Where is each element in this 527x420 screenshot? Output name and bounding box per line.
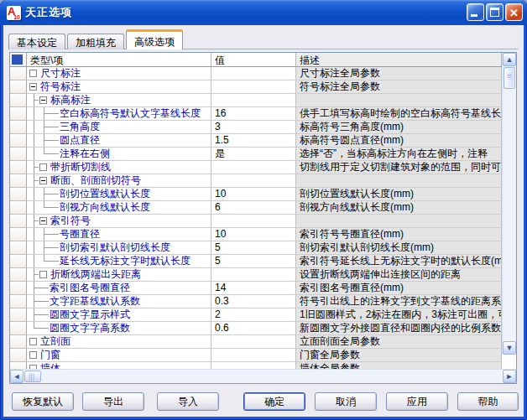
- apply-button[interactable]: 应用: [386, 392, 448, 411]
- row-label[interactable]: 圆点直径: [59, 134, 100, 147]
- column-header-type[interactable]: 类型\项: [27, 53, 211, 66]
- tree-cell[interactable]: 号圈直径: [27, 228, 211, 241]
- import-button[interactable]: 导入: [157, 392, 219, 411]
- tree-cell[interactable]: 文字距基线默认系数: [27, 295, 211, 309]
- row-label[interactable]: 剖视方向线默认长度: [59, 201, 150, 214]
- tree-cell[interactable]: 立剖面: [27, 335, 211, 349]
- row-header-cell[interactable]: [10, 362, 27, 369]
- row-header-cell[interactable]: [10, 255, 27, 268]
- value-cell[interactable]: 10: [211, 228, 296, 241]
- tree-cell[interactable]: 折断线两端出头距离: [27, 268, 211, 282]
- row-label[interactable]: 断面、剖面剖切符号: [50, 174, 141, 187]
- value-cell[interactable]: [211, 67, 296, 80]
- value-cell[interactable]: 1.5: [211, 134, 296, 148]
- ok-button[interactable]: 确定: [243, 392, 305, 411]
- tree-cell[interactable]: 索引图名号圈直径: [27, 282, 211, 295]
- tab-1[interactable]: 加粗填充: [67, 34, 124, 49]
- tree-cell[interactable]: 断面、剖面剖切符号: [27, 174, 211, 188]
- row-label[interactable]: 门窗: [39, 349, 60, 361]
- collapse-minus-icon[interactable]: [29, 83, 37, 91]
- value-cell[interactable]: 是: [211, 148, 296, 161]
- tree-cell[interactable]: 标高标注: [27, 94, 211, 107]
- value-cell[interactable]: [211, 161, 296, 174]
- horizontal-scroll-thumb[interactable]: [24, 371, 41, 382]
- row-label[interactable]: 索引符号: [50, 215, 91, 227]
- row-label[interactable]: 圆圈文字字高系数: [49, 322, 130, 334]
- row-header-cell[interactable]: [10, 107, 27, 121]
- row-header-cell[interactable]: [10, 335, 27, 349]
- tree-cell[interactable]: 注释在右侧: [27, 148, 211, 161]
- row-header-cell[interactable]: [10, 174, 27, 188]
- tab-0[interactable]: 基本设定: [8, 34, 65, 49]
- value-cell[interactable]: 0.3: [211, 295, 296, 309]
- tree-cell[interactable]: 圆圈文字显示样式: [27, 309, 211, 322]
- row-label[interactable]: 标高标注: [50, 94, 91, 106]
- value-cell[interactable]: 2: [211, 309, 296, 322]
- value-cell[interactable]: [211, 94, 296, 107]
- row-header-cell[interactable]: [10, 295, 27, 309]
- tree-cell[interactable]: 索引符号: [27, 215, 211, 228]
- row-header-cell[interactable]: [10, 349, 27, 362]
- tree-cell[interactable]: 符号标注: [27, 80, 211, 94]
- row-label[interactable]: 折断线两端出头距离: [50, 268, 141, 281]
- row-header-cell[interactable]: [10, 322, 27, 335]
- row-label[interactable]: 立剖面: [39, 335, 70, 348]
- tree-cell[interactable]: 尺寸标注: [27, 67, 211, 80]
- expand-plus-icon[interactable]: [39, 163, 47, 171]
- scroll-left-icon[interactable]: ◄: [10, 370, 23, 383]
- value-cell[interactable]: 6: [211, 201, 296, 215]
- value-cell[interactable]: [211, 80, 296, 94]
- value-cell[interactable]: 3: [211, 121, 296, 134]
- tree-cell[interactable]: 剖切索引默认剖切线长度: [27, 241, 211, 255]
- tree-cell[interactable]: 带折断切割线: [27, 161, 211, 174]
- value-cell[interactable]: [211, 268, 296, 282]
- column-header-description[interactable]: 描述: [296, 53, 502, 66]
- column-header-value[interactable]: 值: [211, 53, 296, 66]
- row-header-cell[interactable]: [10, 188, 27, 201]
- tree-cell[interactable]: 剖视方向线默认长度: [27, 201, 211, 215]
- close-button[interactable]: ✕: [505, 3, 523, 21]
- value-cell[interactable]: 16: [211, 107, 296, 121]
- help-button[interactable]: 帮助: [457, 392, 519, 411]
- row-header-cell[interactable]: [10, 94, 27, 107]
- tree-cell[interactable]: 门窗: [27, 349, 211, 362]
- horizontal-scrollbar[interactable]: ◄ ►: [10, 369, 516, 383]
- value-cell[interactable]: [211, 335, 296, 349]
- tree-cell[interactable]: 墙体: [27, 362, 211, 369]
- value-cell[interactable]: 5: [211, 255, 296, 268]
- value-cell[interactable]: 5: [211, 241, 296, 255]
- row-header-cell[interactable]: [10, 161, 27, 174]
- value-cell[interactable]: 14: [211, 282, 296, 295]
- tree-cell[interactable]: 三角高度: [27, 121, 211, 134]
- row-header-cell[interactable]: [10, 241, 27, 255]
- value-cell[interactable]: 0.6: [211, 322, 296, 335]
- value-cell[interactable]: [211, 215, 296, 228]
- tree-cell[interactable]: 延长线无标注文字时默认长度: [27, 255, 211, 268]
- row-label[interactable]: 圆圈文字显示样式: [49, 309, 130, 321]
- scroll-up-icon[interactable]: ▲: [503, 53, 516, 66]
- cancel-button[interactable]: 取消: [315, 392, 377, 411]
- row-label[interactable]: 空白标高符号默认文字基线长度: [59, 107, 201, 120]
- tree-cell[interactable]: 空白标高符号默认文字基线长度: [27, 107, 211, 121]
- value-cell[interactable]: 10: [211, 188, 296, 201]
- row-header-cell[interactable]: [10, 134, 27, 148]
- expand-plus-icon[interactable]: [29, 338, 37, 345]
- row-label[interactable]: 延长线无标注文字时默认长度: [59, 255, 190, 267]
- vertical-scrollbar[interactable]: ▲ ▼: [502, 53, 516, 355]
- value-cell[interactable]: [211, 349, 296, 362]
- vertical-scroll-thumb[interactable]: [504, 67, 515, 89]
- row-label[interactable]: 剖切位置线默认长度: [59, 188, 150, 200]
- scroll-right-icon[interactable]: ►: [503, 370, 516, 383]
- expand-plus-icon[interactable]: [29, 70, 37, 77]
- title-bar[interactable]: A 10 天正选项 ✕: [0, 0, 527, 25]
- row-label[interactable]: 索引图名号圈直径: [49, 282, 130, 294]
- row-header-cell[interactable]: [10, 80, 27, 94]
- row-label[interactable]: 尺寸标注: [39, 67, 81, 80]
- tree-cell[interactable]: 圆圈文字字高系数: [27, 322, 211, 335]
- maximize-button[interactable]: [486, 3, 504, 21]
- tree-cell[interactable]: 剖切位置线默认长度: [27, 188, 211, 201]
- grid-corner-cell[interactable]: [10, 53, 27, 66]
- expand-plus-icon[interactable]: [39, 271, 47, 278]
- row-header-cell[interactable]: [10, 228, 27, 241]
- expand-plus-icon[interactable]: [29, 351, 37, 359]
